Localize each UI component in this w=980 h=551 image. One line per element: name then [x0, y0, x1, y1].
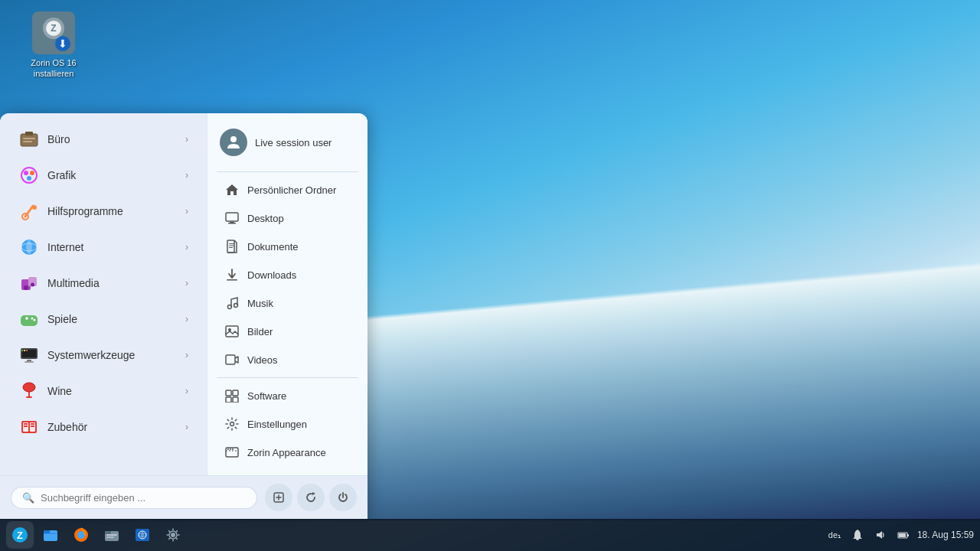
place-software[interactable]: Software	[212, 382, 363, 409]
power-button[interactable]	[329, 484, 357, 511]
zorin-install-label: Zorin OS 16 installieren	[23, 57, 84, 80]
downloads-icon	[224, 267, 240, 282]
desktop-place-label: Desktop	[247, 213, 284, 224]
svg-point-56	[234, 304, 238, 308]
place-einstellungen[interactable]: Einstellungen	[212, 410, 363, 438]
svg-point-13	[30, 171, 34, 175]
taskbar-power-status[interactable]	[894, 526, 913, 544]
einstellungen-icon	[224, 416, 240, 432]
svg-rect-73	[44, 530, 50, 533]
svg-rect-57	[226, 326, 238, 337]
sidebar-item-buro[interactable]: Büro ›	[6, 122, 201, 157]
sidebar-item-internet[interactable]: Internet ›	[6, 230, 201, 265]
spiele-label: Spiele	[47, 313, 185, 325]
taskbar-files[interactable]	[37, 521, 64, 549]
sidebar-item-systemwerkzeuge[interactable]: Systemwerkzeuge ›	[6, 337, 201, 373]
place-downloads[interactable]: Downloads	[212, 261, 363, 289]
svg-text:Z: Z	[17, 530, 23, 541]
musik-label: Musik	[247, 298, 273, 309]
taskbar-notifications[interactable]	[848, 526, 867, 544]
svg-point-16	[32, 205, 37, 210]
svg-rect-62	[226, 397, 231, 403]
restart-button[interactable]	[297, 484, 325, 511]
search-field[interactable]: 🔍	[11, 487, 257, 509]
svg-point-66	[227, 448, 229, 450]
svg-rect-8	[25, 132, 33, 135]
svg-rect-47	[226, 213, 238, 221]
personal-label: Persönlicher Ordner	[247, 184, 336, 196]
zubehor-icon	[18, 416, 40, 438]
svg-rect-6	[21, 134, 38, 146]
zubehor-arrow: ›	[185, 422, 188, 432]
svg-rect-54	[227, 279, 237, 281]
desktop: Z ⬇ Zorin OS 16 installieren	[0, 0, 980, 551]
place-musik[interactable]: Musik	[212, 289, 363, 317]
multimedia-label: Multimedia	[47, 277, 185, 289]
svg-rect-33	[26, 350, 28, 351]
place-dokumente[interactable]: Dokumente	[212, 233, 363, 260]
svg-point-12	[24, 171, 28, 175]
taskbar: Z	[0, 519, 980, 551]
wine-label: Wine	[47, 385, 185, 397]
zubehor-label: Zubehör	[47, 421, 185, 433]
taskbar-zorin-menu[interactable]: Z	[6, 521, 34, 549]
sidebar-item-hilfsprogramme[interactable]: Hilfsprogramme ›	[6, 194, 201, 229]
bilder-label: Bilder	[247, 326, 273, 337]
svg-point-20	[24, 285, 28, 290]
svg-rect-60	[226, 390, 231, 396]
svg-rect-59	[226, 355, 235, 364]
desktop-icon-zorin-install[interactable]: Z ⬇ Zorin OS 16 installieren	[23, 11, 84, 80]
svg-rect-37	[26, 396, 32, 398]
sidebar-item-spiele[interactable]: Spiele ›	[6, 302, 201, 337]
sidebar-item-wine[interactable]: Wine ›	[6, 373, 201, 409]
taskbar-settings[interactable]	[159, 521, 187, 549]
svg-point-14	[27, 176, 31, 181]
sidebar-item-zubehor[interactable]: Zubehör ›	[6, 409, 201, 445]
search-input[interactable]	[41, 492, 246, 504]
svg-rect-63	[233, 397, 238, 403]
einstellungen-label: Einstellungen	[247, 419, 307, 430]
sidebar-item-multimedia[interactable]: Multimedia ›	[6, 266, 201, 301]
suspend-button[interactable]	[265, 484, 292, 511]
zorin-appearance-label: Zorin Appearance	[247, 447, 326, 458]
svg-point-46	[230, 136, 237, 142]
svg-rect-61	[233, 390, 238, 396]
place-desktop[interactable]: Desktop	[212, 204, 363, 232]
system-arrow: ›	[185, 350, 188, 360]
svg-rect-86	[907, 534, 909, 536]
svg-rect-45	[31, 425, 34, 427]
menu-actions	[265, 484, 357, 511]
menu-body: Büro › Grafik ›	[0, 113, 368, 475]
svg-text:Z: Z	[51, 23, 56, 34]
separator-2	[217, 377, 358, 378]
svg-rect-31	[21, 350, 23, 351]
taskbar-volume[interactable]	[871, 526, 890, 544]
taskbar-clock[interactable]: 18. Aug 15:59	[917, 530, 974, 540]
videos-icon	[224, 352, 240, 367]
place-bilder[interactable]: Bilder	[212, 318, 363, 345]
sidebar-item-grafik[interactable]: Grafik ›	[6, 158, 201, 193]
svg-point-83	[171, 533, 175, 537]
search-icon: 🔍	[22, 492, 34, 504]
svg-rect-50	[227, 240, 234, 253]
place-personal[interactable]: Persönlicher Ordner	[212, 176, 363, 204]
software-label: Software	[247, 390, 286, 402]
taskbar-browser[interactable]	[129, 521, 156, 549]
taskbar-firefox[interactable]	[67, 521, 95, 549]
place-zorin-appearance[interactable]: Zorin Appearance	[212, 439, 363, 466]
multimedia-arrow: ›	[185, 278, 188, 289]
downloads-label: Downloads	[247, 269, 296, 281]
taskbar-right: de₁ 18. Aug 1	[825, 526, 974, 544]
svg-rect-23	[33, 277, 34, 281]
place-videos[interactable]: Videos	[212, 346, 363, 373]
taskbar-keyboard-layout[interactable]: de₁	[825, 526, 844, 544]
svg-point-55	[228, 305, 232, 309]
musik-icon	[224, 295, 240, 311]
svg-rect-51	[229, 243, 234, 244]
svg-rect-42	[24, 423, 28, 425]
taskbar-file-manager[interactable]	[98, 521, 126, 549]
zorin-install-icon: Z ⬇	[32, 11, 75, 54]
categories-panel: Büro › Grafik ›	[0, 113, 207, 475]
grafik-label: Grafik	[47, 169, 185, 181]
separator-1	[217, 171, 358, 172]
